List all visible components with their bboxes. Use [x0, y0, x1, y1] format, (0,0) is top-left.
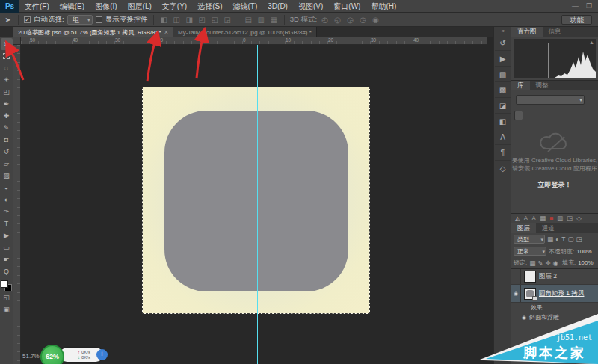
mini-icon[interactable]: ▥	[557, 215, 563, 222]
workspace-button[interactable]: 功能	[561, 15, 592, 25]
warning-icon[interactable]: ▲	[589, 40, 594, 45]
visibility-toggle[interactable]: ◉	[511, 285, 521, 302]
align-top-icon[interactable]: ◰	[197, 16, 207, 24]
show-transform-checkbox[interactable]: ✓	[96, 16, 102, 23]
lock-paint-icon[interactable]: ✎	[537, 259, 543, 267]
character-panel-icon[interactable]: A	[495, 129, 511, 145]
align-right-icon[interactable]: ◨	[185, 16, 194, 24]
vertical-guide[interactable]	[257, 45, 258, 364]
minimize-button[interactable]: —	[572, 2, 579, 10]
crop-tool[interactable]: ◰	[1, 86, 13, 98]
lock-move-icon[interactable]: ✛	[545, 259, 550, 267]
clone-stamp-tool[interactable]: ◘	[1, 134, 13, 146]
quick-mask-button[interactable]: ◱	[1, 291, 13, 303]
history-brush-tool[interactable]: ↺	[1, 146, 13, 158]
layer-name[interactable]: 圆角矩形 1 拷贝	[539, 289, 584, 298]
layer-thumbnail[interactable]	[524, 288, 536, 300]
pen-tool[interactable]: ✑	[1, 206, 13, 218]
notes-panel-icon[interactable]: ▤	[495, 67, 511, 82]
opacity-value[interactable]: 100%	[576, 248, 591, 255]
gradient-tool[interactable]: ▨	[1, 170, 13, 182]
swatches-panel-icon[interactable]: ▩	[495, 82, 511, 98]
mini-icon[interactable]: A	[531, 215, 536, 222]
menu-filter[interactable]: 滤镜(T)	[228, 0, 263, 13]
tab-adjustments[interactable]: 调整	[530, 81, 555, 90]
mini-icon[interactable]: ◳	[567, 215, 573, 222]
shape-tool[interactable]: ▭	[1, 241, 13, 253]
menu-select[interactable]: 选择(S)	[192, 0, 227, 13]
filter-type-icon[interactable]: T	[561, 235, 565, 243]
menu-view[interactable]: 视图(V)	[293, 0, 328, 13]
magic-wand-tool[interactable]: ✳	[1, 74, 13, 86]
foreground-color-swatch[interactable]	[1, 280, 8, 288]
styles-panel-icon[interactable]: ◪	[495, 98, 511, 114]
menu-3d[interactable]: 3D(D)	[262, 0, 293, 13]
tab-libraries[interactable]: 库	[511, 81, 530, 90]
align-vcenter-icon[interactable]: ◱	[210, 16, 220, 24]
mini-icon[interactable]: A	[524, 215, 528, 222]
lock-transparent-icon[interactable]: ▦	[529, 259, 535, 267]
mini-icon[interactable]: ◭	[515, 215, 520, 222]
close-icon[interactable]: ×	[164, 28, 168, 36]
zoom-level-status[interactable]: 51.7%	[22, 353, 40, 360]
fill-value[interactable]: 100%	[578, 259, 593, 266]
rounded-rectangle-shape[interactable]	[164, 111, 348, 291]
align-left-icon[interactable]: ◧	[159, 16, 169, 24]
layer-name[interactable]: 图层 2	[539, 272, 557, 281]
add-button[interactable]: +	[96, 349, 108, 360]
3d-panel-icon[interactable]: ◇	[495, 161, 511, 176]
blur-tool[interactable]: ◒	[1, 182, 13, 194]
3d-slide-icon[interactable]: ◷	[358, 16, 368, 24]
filter-pixel-icon[interactable]: ▦	[547, 235, 553, 243]
type-tool[interactable]: T	[1, 218, 13, 229]
menu-help[interactable]: 帮助(H)	[366, 0, 401, 13]
brush-tool[interactable]: ✎	[1, 122, 13, 134]
paragraph-panel-icon[interactable]: ¶	[495, 145, 511, 161]
menu-file[interactable]: 文件(F)	[19, 0, 55, 13]
sign-in-link[interactable]: 立即登录！	[511, 180, 598, 190]
auto-select-dropdown[interactable]: 组 ▾	[67, 15, 93, 25]
3d-scale-icon[interactable]: ◉	[371, 16, 380, 24]
align-bottom-icon[interactable]: ◲	[223, 16, 232, 24]
rectangular-marquee-tool[interactable]	[1, 50, 13, 62]
filter-kind-dropdown[interactable]: 类型 ▾	[514, 235, 545, 244]
distribute-v-icon[interactable]: ▥	[256, 16, 266, 24]
eyedropper-tool[interactable]: ✒	[1, 98, 13, 110]
color-swatches[interactable]	[1, 280, 12, 291]
blend-mode-dropdown[interactable]: 正常 ▾	[514, 247, 546, 256]
visibility-toggle[interactable]	[511, 269, 521, 284]
layer-row-layer2[interactable]: 图层 2	[511, 269, 598, 285]
healing-brush-tool[interactable]: ✚	[1, 110, 13, 122]
auto-select-checkbox[interactable]: ✓	[24, 16, 31, 23]
mini-icon[interactable]: ◇	[576, 215, 582, 222]
filter-smart-object-icon[interactable]: ◳	[576, 235, 582, 243]
filter-shape-icon[interactable]: ▢	[567, 235, 573, 243]
tab-layers[interactable]: 图层	[511, 223, 536, 233]
filter-adjustment-icon[interactable]: ◐	[555, 235, 559, 243]
mini-icon[interactable]: ▦	[540, 215, 546, 222]
3d-roll-icon[interactable]: ◵	[333, 16, 342, 24]
lasso-tool[interactable]: ◌	[1, 62, 13, 74]
distribute-center-icon[interactable]: ▦	[269, 16, 279, 24]
layer-row-rounded-rect[interactable]: ◉ 圆角矩形 1 拷贝	[511, 285, 598, 303]
restore-button[interactable]: ❐	[586, 2, 592, 10]
actions-panel-icon[interactable]: ▶	[495, 51, 511, 67]
tab-channels[interactable]: 通道	[536, 223, 561, 233]
dodge-tool[interactable]: ◐	[1, 194, 13, 206]
path-selection-tool[interactable]: ▶	[1, 229, 13, 241]
align-hcenter-icon[interactable]: ◫	[172, 16, 182, 24]
3d-drag-icon[interactable]: ◶	[345, 16, 355, 24]
tab-info[interactable]: 信息	[543, 27, 567, 37]
tab-histogram[interactable]: 直方图	[511, 27, 543, 37]
distribute-h-icon[interactable]: ▤	[244, 16, 253, 24]
libraries-search-button[interactable]	[514, 111, 523, 120]
vertical-ruler[interactable]	[13, 45, 21, 364]
progress-badge[interactable]: 62%	[40, 345, 64, 364]
layer-thumbnail[interactable]	[524, 271, 536, 283]
zoom-tool[interactable]: Ϙ	[1, 265, 13, 277]
screen-mode-button[interactable]: ▣	[1, 303, 13, 315]
document-tab-2[interactable]: My-Tally-Counter-512x512.jpg @ 100%(RGB/…	[173, 27, 317, 37]
menu-edit[interactable]: 编辑(E)	[55, 0, 90, 13]
move-tool[interactable]: ➤	[1, 38, 13, 50]
eraser-tool[interactable]: ▱	[1, 158, 13, 170]
